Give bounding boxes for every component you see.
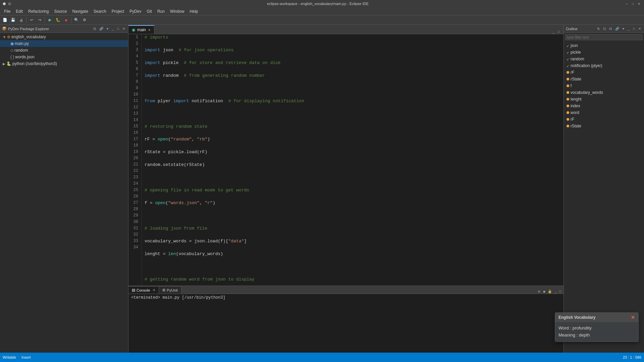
code-line-12 [145, 174, 557, 181]
undo-button[interactable]: ↩ [28, 16, 35, 24]
notification-popup: English Vocabulary ✕ Word : profundity M… [555, 312, 639, 342]
menu-git[interactable]: Git [144, 8, 155, 14]
stop-button[interactable]: ■ [62, 16, 70, 24]
outline-item-random[interactable]: ↙ random [564, 56, 644, 62]
outline-minimize-btn[interactable]: _ [627, 26, 631, 31]
notification-close-button[interactable]: ✕ [631, 315, 635, 320]
outline-panel: Outline ⇅ ⊡ ⊟ 🔗 ▾ _ □ ✕ ↙ json ↙ pickle … [564, 25, 644, 353]
tab-close-button[interactable]: ✕ [148, 28, 151, 32]
window-title: eclipse-workspace - english_vocabulary/m… [11, 2, 625, 6]
outline-item-index[interactable]: index [564, 103, 644, 109]
outline-hide-fields-btn[interactable]: ⊡ [602, 26, 607, 31]
outline-item-label12: rF [571, 117, 574, 122]
editor-scrollbar[interactable] [559, 34, 564, 286]
outline-item-lenght[interactable]: lenght [564, 96, 644, 103]
notification-title: English Vocabulary [558, 315, 595, 320]
outline-link-btn[interactable]: 🔗 [614, 26, 620, 31]
tree-item-main-py[interactable]: ◉ main.py [0, 40, 128, 47]
project-folder-icon: ⊛ [7, 35, 10, 39]
outline-item-f[interactable]: f [564, 82, 644, 89]
outline-menu-btn[interactable]: ▾ [622, 26, 625, 31]
menu-search[interactable]: Search [91, 8, 109, 14]
outline-item-pickle[interactable]: ↙ pickle [564, 49, 644, 56]
redo-button[interactable]: ↪ [36, 16, 43, 24]
outline-item-rF2[interactable]: rF [564, 116, 644, 123]
outline-item-json[interactable]: ↙ json [564, 42, 644, 49]
outline-sort-btn[interactable]: ⇅ [596, 26, 601, 31]
menu-file[interactable]: File [1, 8, 13, 14]
editor-tab-main[interactable]: ◉ main ✕ [128, 25, 154, 34]
expand-icon: ▼ [3, 35, 6, 39]
tree-item-python[interactable]: ▶ 🐍 python (/usr/bin/python3) [0, 60, 128, 67]
minimize-panel-button[interactable]: _ [111, 26, 115, 31]
outline-item-rF[interactable]: rF [564, 69, 644, 76]
link-with-editor-button[interactable]: 🔗 [98, 26, 104, 31]
print-button[interactable]: 🖨 [17, 16, 25, 24]
maximize-button[interactable]: □ [631, 1, 635, 6]
console-maximize-btn[interactable]: □ [558, 289, 562, 294]
editor-minimize-btn[interactable]: _ [551, 29, 555, 34]
menu-pydev[interactable]: PyDev [127, 8, 144, 14]
outline-item-label10: index [571, 104, 580, 108]
status-bar: Writable Insert 23 : 1 : 586 [0, 353, 644, 362]
notification-body: Word : profundity Meaning : depth [555, 322, 638, 342]
package-explorer-tree: ▼ ⊛ english_vocabulary ◉ main.py ◇ rando… [0, 33, 128, 353]
save-button[interactable]: 💾 [9, 16, 17, 24]
outline-item-label7: f [571, 83, 572, 88]
view-menu-button[interactable]: ▾ [106, 26, 109, 31]
settings-button[interactable]: ⚙ [81, 16, 88, 24]
menu-run[interactable]: Run [155, 8, 167, 14]
menu-refactoring[interactable]: Refactoring [25, 8, 51, 14]
outline-close-btn[interactable]: ✕ [637, 26, 642, 31]
collapse-all-button[interactable]: ⊟ [92, 26, 97, 31]
close-panel-button[interactable]: ✕ [121, 26, 126, 31]
console-minimize-btn[interactable]: _ [553, 289, 557, 294]
code-line-17: vocabulary_words = json.load(f)["data"] [145, 238, 557, 244]
toolbar-sep-2 [45, 17, 45, 23]
debug-button[interactable]: 🐛 [54, 16, 62, 24]
new-button[interactable]: 📄 [1, 16, 9, 24]
code-line-13: # opening file in read mode to get words [145, 187, 557, 193]
console-terminate-btn[interactable]: ■ [542, 289, 546, 294]
title-bar-controls[interactable]: ─ □ ✕ [625, 1, 641, 6]
console-tab-close[interactable]: ✕ [153, 288, 155, 292]
outline-item-rState2[interactable]: rState [564, 123, 644, 129]
random-label: random [14, 48, 28, 53]
tree-item-random[interactable]: ◇ random [0, 47, 128, 54]
outline-item-vocabulary-words[interactable]: vocabulary_words [564, 89, 644, 96]
close-button[interactable]: ✕ [637, 1, 641, 6]
pyunit-tab[interactable]: ⊞ PyUnit [159, 286, 181, 294]
outline-var-dot2 [567, 78, 569, 80]
editor-maximize-btn[interactable]: □ [557, 29, 561, 34]
search-icon-btn[interactable]: 🔍 [73, 16, 80, 24]
code-line-11: random.setstate(rState) [145, 162, 557, 168]
code-editor[interactable]: 12345 678910 1112131415 1617181920 21222… [128, 34, 564, 286]
code-line-16: # loading json from file [145, 225, 557, 232]
json-icon: { } [10, 55, 14, 59]
console-tab[interactable]: ▤ Console ✕ [128, 286, 159, 294]
run-button[interactable]: ▶ [46, 16, 54, 24]
tree-item-words-json[interactable]: { } words.json [0, 54, 128, 60]
menu-edit[interactable]: Edit [13, 8, 25, 14]
code-line-15 [145, 213, 557, 219]
outline-filter-input[interactable] [565, 34, 643, 40]
outline-item-word[interactable]: word [564, 109, 644, 116]
minimize-button[interactable]: ─ [625, 1, 629, 6]
outline-item-notification[interactable]: ↙ notification (plyer) [564, 62, 644, 69]
outline-maximize-btn[interactable]: □ [632, 26, 636, 31]
main-layout: 📦 PyDev Package Explorer ⊟ 🔗 ▾ _ □ ✕ ▼ ⊛… [0, 25, 644, 353]
menu-navigate[interactable]: Navigate [69, 8, 91, 14]
console-scroll-lock-btn[interactable]: 🔒 [547, 289, 553, 294]
menu-help[interactable]: Help [187, 8, 201, 14]
code-content[interactable]: # imports import json # for json operati… [142, 34, 559, 286]
outline-item-rState[interactable]: rState [564, 76, 644, 82]
menu-project[interactable]: Project [109, 8, 127, 14]
maximize-panel-button[interactable]: □ [116, 26, 120, 31]
outline-collapse-btn[interactable]: ⊟ [608, 26, 613, 31]
tree-item-project[interactable]: ▼ ⊛ english_vocabulary [0, 34, 128, 40]
python-expand-icon: ▶ [3, 62, 5, 66]
menu-window[interactable]: Window [167, 8, 187, 14]
code-line-18: lenght = len(vocabulary_words) [145, 251, 557, 257]
console-clear-btn[interactable]: ⊘ [537, 289, 541, 294]
menu-source[interactable]: Source [51, 8, 69, 14]
